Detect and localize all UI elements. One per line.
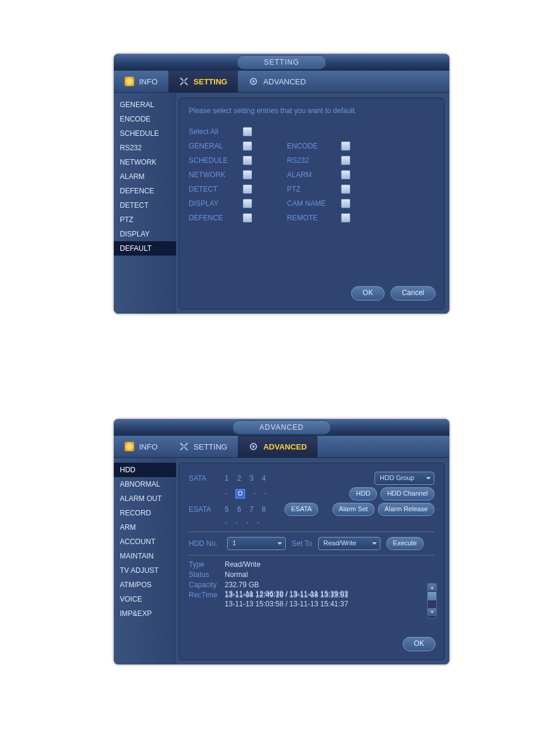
window-title: ADVANCED (232, 420, 331, 435)
check-label-network: NETWORK (189, 171, 243, 179)
svg-point-1 (252, 80, 255, 83)
sidebar: GENERALENCODESCHEDULERS232NETWORKALARMDE… (114, 93, 176, 314)
checkbox-detect[interactable] (243, 184, 252, 194)
checkbox-select-all[interactable] (243, 127, 252, 136)
checkbox-network[interactable] (243, 170, 252, 180)
sidebar-item-voice[interactable]: VOICE (114, 592, 176, 606)
scroll-thumb[interactable] (428, 592, 436, 600)
type-label: Type (189, 560, 225, 569)
esata-slot-numbers: 5678 (225, 505, 279, 514)
check-label-cam-name: CAM NAME (287, 199, 341, 208)
tab-info[interactable]: INFO (114, 436, 168, 457)
sidebar-item-alarm[interactable]: ALARM (114, 169, 176, 184)
sidebar-item-ptz[interactable]: PTZ (114, 212, 176, 227)
set-to-label: Set To (292, 539, 312, 548)
sidebar-item-rs232[interactable]: RS232 (114, 141, 176, 155)
checkbox-display[interactable] (243, 199, 252, 208)
type-value: Read/Write (225, 560, 434, 569)
scrollbar[interactable]: ▴ ▾ (427, 583, 437, 619)
content-panel: SATA 1234 HDD Group -O-- HDD HDD Channel… (179, 463, 445, 660)
tools-icon (179, 442, 189, 451)
checkbox-rs232[interactable] (341, 156, 350, 165)
capacity-value: 232.79 GB (225, 581, 434, 589)
sidebar-item-atm-pos[interactable]: ATM/POS (114, 578, 176, 592)
scroll-up-icon[interactable]: ▴ (428, 584, 436, 591)
instruction-text: Please select setting entries that you w… (189, 107, 434, 115)
cancel-button[interactable]: Cancel (391, 286, 436, 300)
checkbox-cam-name[interactable] (341, 199, 350, 208)
check-label-ptz: PTZ (287, 185, 341, 193)
sidebar-item-schedule[interactable]: SCHEDULE (114, 126, 176, 141)
tab-label: INFO (139, 442, 158, 451)
tab-advanced[interactable]: ADVANCED (238, 436, 318, 457)
hdd-button[interactable]: HDD (349, 487, 377, 500)
execute-button[interactable]: Execute (386, 537, 424, 550)
sata-slot-states: -O-- (225, 489, 279, 499)
status-label: Status (189, 570, 225, 579)
sidebar-item-arm[interactable]: ARM (114, 520, 176, 535)
sidebar-item-abnormal[interactable]: ABNORMAL (114, 477, 176, 491)
sidebar-item-tv-adjust[interactable]: TV ADJUST (114, 563, 176, 578)
sidebar-item-default[interactable]: DEFAULT (114, 241, 176, 256)
checkbox-alarm[interactable] (341, 170, 350, 180)
hdd-group-dropdown[interactable]: HDD Group (374, 472, 434, 485)
sidebar-item-encode[interactable]: ENCODE (114, 112, 176, 126)
hdd-no-dropdown[interactable]: 1 (227, 537, 286, 550)
sidebar-item-defence[interactable]: DEFENCE (114, 184, 176, 198)
tab-setting[interactable]: SETTING (168, 436, 238, 457)
esata-button[interactable]: ESATA (285, 503, 318, 516)
sidebar-item-general[interactable]: GENERAL (114, 98, 176, 112)
check-label-rs232: RS232 (287, 156, 341, 165)
capacity-label: Capacity (189, 581, 225, 589)
ok-button[interactable]: OK (403, 637, 436, 651)
scroll-down-icon[interactable]: ▾ (428, 608, 436, 616)
sidebar-item-alarm-out[interactable]: ALARM OUT (114, 491, 176, 506)
tab-label: INFO (139, 77, 158, 86)
tools-icon (179, 77, 189, 86)
advanced-window: ADVANCED INFO SETTING ADVANCED HDDABNORM… (114, 419, 449, 664)
tab-label: ADVANCED (263, 442, 307, 451)
tab-advanced[interactable]: ADVANCED (238, 71, 316, 92)
tab-setting[interactable]: SETTING (168, 71, 238, 92)
rectime-label: RecTime (189, 591, 225, 599)
info-icon (125, 77, 134, 86)
setting-window: SETTING INFO SETTING ADVANCED GENERALENC… (114, 54, 449, 314)
check-label-general: GENERAL (189, 142, 243, 150)
window-title: SETTING (237, 55, 326, 69)
hdd-no-label: HDD No. (189, 539, 221, 548)
sidebar-item-hdd[interactable]: HDD (114, 463, 176, 477)
sidebar-item-detect[interactable]: DETECT (114, 198, 176, 212)
set-to-dropdown[interactable]: Read/Write (318, 537, 380, 550)
sidebar-item-imp-exp[interactable]: IMP&EXP (114, 606, 176, 621)
sidebar-item-network[interactable]: NETWORK (114, 155, 176, 169)
check-label-select-all: Select All (189, 127, 243, 136)
titlebar: SETTING (114, 54, 449, 71)
sidebar-item-account[interactable]: ACCOUNT (114, 535, 176, 549)
rectime-entry: 13-11-13 15:03:58 / 13-11-13 15:41:37 (225, 599, 434, 609)
esata-label: ESATA (189, 505, 219, 514)
checkbox-general[interactable] (243, 141, 252, 151)
info-icon (125, 442, 134, 451)
checkbox-defence[interactable] (243, 213, 252, 223)
sidebar-item-maintain[interactable]: MAINTAIN (114, 549, 176, 563)
ok-button[interactable]: OK (351, 286, 384, 300)
sata-label: SATA (189, 474, 219, 482)
hdd-channel-button[interactable]: HDD Channel (380, 487, 434, 500)
checkbox-remote[interactable] (341, 213, 350, 223)
titlebar: ADVANCED (114, 419, 449, 436)
sidebar: HDDABNORMALALARM OUTRECORDARMACCOUNTMAIN… (114, 458, 176, 664)
content-panel: Please select setting entries that you w… (179, 98, 445, 309)
sidebar-item-display[interactable]: DISPLAY (114, 227, 176, 241)
checkbox-ptz[interactable] (341, 184, 350, 194)
checkbox-encode[interactable] (341, 141, 350, 151)
tab-info[interactable]: INFO (114, 71, 168, 92)
alarm-release-button[interactable]: Alarm Release (378, 503, 434, 516)
check-label-encode: ENCODE (287, 142, 341, 150)
alarm-set-button[interactable]: Alarm Set (333, 503, 374, 516)
tab-label: SETTING (194, 77, 227, 86)
checkbox-schedule[interactable] (243, 156, 252, 165)
sidebar-item-record[interactable]: RECORD (114, 506, 176, 520)
gear-icon (249, 77, 258, 86)
check-label-remote: REMOTE (287, 214, 341, 222)
check-label-defence: DEFENCE (189, 214, 243, 222)
